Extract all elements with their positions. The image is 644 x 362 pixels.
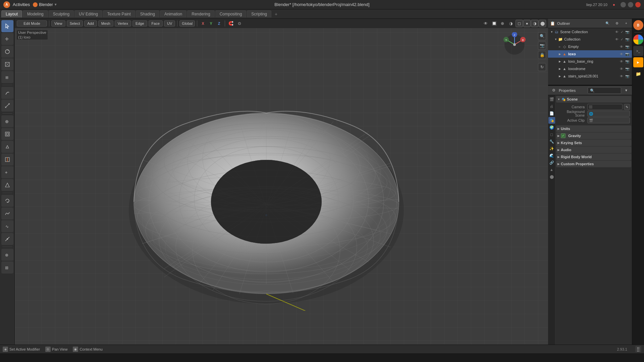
loxo-vis[interactable]: 👁 [619, 52, 624, 56]
tab-scripting[interactable]: Scripting [247, 10, 271, 17]
empty-render[interactable]: 📷 [625, 45, 630, 49]
outliner-options[interactable]: ⚙ [613, 20, 621, 27]
add-menu[interactable]: Add [84, 20, 97, 26]
tab-animation[interactable]: Animation [160, 10, 186, 17]
col-exclude[interactable]: ✓ [620, 38, 624, 41]
output-props-btn[interactable]: 🖨 [548, 103, 555, 110]
render-shading[interactable]: ⬤ [539, 20, 546, 27]
gravity-checkbox[interactable]: ✓ [561, 133, 566, 138]
outliner-item-loxodrome[interactable]: ▶ ▲ loxodrome 👁 📷 [548, 65, 632, 72]
uv-menu[interactable]: UV [164, 20, 175, 26]
transform-orientation[interactable]: Global [179, 20, 195, 26]
add-workspace-button[interactable]: + [272, 10, 280, 18]
cursor-tool[interactable] [1, 20, 13, 32]
activities-icon[interactable]: A [3, 1, 10, 8]
rip-tool[interactable]: ⊞ [1, 261, 13, 274]
loop-cut-tool[interactable] [1, 154, 13, 166]
tab-compositing[interactable]: Compositing [215, 10, 247, 17]
active-clip-input[interactable]: 🎬 [587, 117, 630, 123]
bg-scene-input[interactable]: 🌐 [587, 111, 630, 117]
view-layer-props-btn[interactable]: 📄 [548, 110, 555, 117]
props-search-input[interactable] [588, 87, 621, 94]
spin-tool[interactable] [1, 195, 13, 207]
loxodrome-vis[interactable]: 👁 [619, 67, 624, 71]
activities-label[interactable]: Activities [13, 2, 30, 7]
outliner-item-loxo[interactable]: ▶ ▲ loxo 👁 📷 [548, 50, 632, 58]
blender-menu-label[interactable]: Blender ▼ [33, 2, 57, 7]
blender-logo-btn[interactable]: B [633, 20, 643, 30]
visibility-btn[interactable]: 👁 [614, 30, 619, 34]
outliner-item-collection[interactable]: ▼ 📁 Collection 👁 ✓ 📷 [548, 36, 632, 43]
view-menu[interactable]: View [51, 20, 65, 26]
mesh-menu[interactable]: Mesh [98, 20, 113, 26]
tab-layout[interactable]: Layout [1, 10, 22, 17]
base-render[interactable]: 📷 [625, 60, 630, 63]
overlay-toggle[interactable]: ⊕ [499, 20, 506, 27]
outliner-new[interactable]: + [623, 20, 630, 27]
edge-slide-tool[interactable] [1, 233, 13, 245]
object-props-btn[interactable]: ◻ [548, 131, 555, 138]
tab-uv-editing[interactable]: UV Editing [74, 10, 102, 17]
keying-sets-section-header[interactable]: ▶ Keying Sets [556, 139, 631, 146]
axis-gizmo[interactable]: X Y Z [502, 32, 527, 57]
scene-props-btn[interactable]: 🎭 [548, 117, 555, 124]
snap-toggle[interactable]: 🧲 [227, 20, 234, 27]
tab-modeling[interactable]: Modeling [23, 10, 48, 17]
props-filter[interactable]: ▼ [623, 87, 630, 94]
move-tool[interactable]: ✛ [1, 33, 13, 45]
lock-btn[interactable]: 🔒 [538, 51, 546, 59]
solid-shading[interactable]: ● [523, 20, 531, 27]
tab-sculpting[interactable]: Sculpting [49, 10, 74, 17]
outliner-item-empty[interactable]: ▶ ◇ Empty 👁 📷 [548, 43, 632, 50]
constraints-props-btn[interactable]: 🔗 [548, 159, 555, 166]
knife-tool[interactable]: ⌖ [1, 166, 13, 178]
minimize-button[interactable] [621, 2, 626, 7]
camera-edit-btn[interactable]: ✎ [624, 104, 630, 110]
custom-props-section-header[interactable]: ▶ Custom Properties [556, 161, 631, 167]
xray-toggle[interactable]: ◑ [507, 20, 515, 27]
rigid-body-section-header[interactable]: ▶ Rigid Body World [556, 154, 631, 160]
maximize-button[interactable] [628, 2, 633, 7]
files-btn[interactable]: 📁 [633, 69, 643, 79]
proportional-edit[interactable]: ⊙ [236, 20, 243, 27]
shear-tool[interactable]: ⊗ [1, 249, 13, 261]
vlc-btn[interactable]: ▶ [633, 57, 643, 67]
scale-tool[interactable] [1, 58, 13, 70]
render-props-btn[interactable]: 🎬 [548, 96, 555, 103]
rotate-tool[interactable] [1, 46, 13, 58]
scene-section-header[interactable]: ▼ 🎭 Scene [556, 96, 631, 103]
tab-rendering[interactable]: Rendering [187, 10, 214, 17]
tab-texture-paint[interactable]: Texture Paint [103, 10, 135, 17]
transform-tool[interactable]: ⊞ [1, 71, 13, 83]
physics-props-btn[interactable]: 🌊 [548, 152, 555, 159]
annotate-tool[interactable] [1, 87, 13, 99]
chrome-btn[interactable]: C [633, 35, 643, 45]
stairs-render[interactable]: 📷 [625, 74, 630, 78]
col-visibility[interactable]: 👁 [614, 38, 619, 41]
loxo-render[interactable]: 📷 [625, 52, 630, 56]
bevel-tool[interactable] [1, 141, 13, 153]
wireframe-shading[interactable]: ◻ [516, 20, 523, 27]
randomize-tool[interactable]: ∿ [1, 220, 13, 232]
select-menu[interactable]: Select [67, 20, 83, 26]
close-button[interactable] [635, 2, 641, 7]
gravity-section-header[interactable]: ▶ ✓ Gravity [556, 132, 631, 139]
z-axis-btn[interactable]: Z [215, 20, 223, 27]
orbit-btn[interactable]: ↻ [538, 63, 546, 71]
audio-section-header[interactable]: ▶ Audio [556, 146, 631, 153]
inset-tool[interactable] [1, 128, 13, 140]
mode-selector[interactable]: Edit Mode [17, 20, 47, 26]
camera-input[interactable] [587, 104, 623, 110]
outliner-item-stairs[interactable]: ▶ ▲ stairs_spiral128.001 👁 📷 [548, 72, 632, 80]
modifier-props-btn[interactable]: 🔧 [548, 138, 555, 145]
outliner-filter[interactable]: 🔍 [604, 20, 611, 27]
render-btn[interactable]: 📷 [625, 30, 630, 34]
outliner-item-loxo-base[interactable]: ▶ ▲ loxo_base_ring 👁 📷 [548, 58, 632, 65]
view-options[interactable]: 👁 [482, 20, 489, 27]
measure-tool[interactable] [1, 100, 13, 112]
vertex-menu[interactable]: Vertex [115, 20, 131, 26]
loxodrome-render[interactable]: 📷 [625, 67, 630, 71]
smooth-tool[interactable] [1, 207, 13, 220]
props-icon[interactable]: ⚙ [550, 87, 557, 94]
grid-layout-btn[interactable]: ⣿ [635, 346, 641, 352]
